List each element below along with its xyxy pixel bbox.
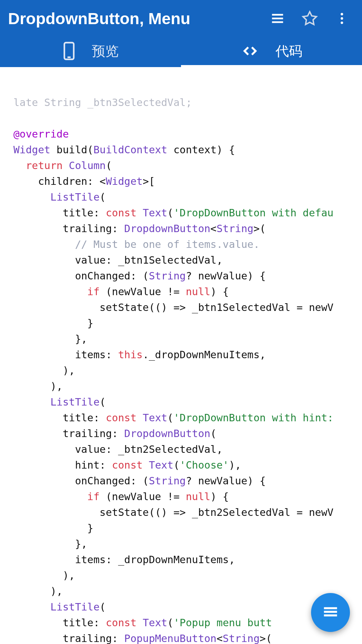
- tab-preview[interactable]: 预览: [0, 37, 181, 67]
- tab-bar: 预览 代码: [0, 37, 362, 67]
- page-title: DropdownButton, Menu: [8, 9, 257, 28]
- more-vert-icon[interactable]: [330, 6, 354, 31]
- app-bar: DropdownButton, Menu 预览 代码: [0, 0, 362, 67]
- tab-preview-label: 预览: [92, 42, 119, 60]
- svg-marker-3: [303, 12, 316, 24]
- app-bar-top: DropdownButton, Menu: [0, 0, 362, 37]
- code-viewer[interactable]: late String _btn3SelectedVal; @override …: [0, 67, 362, 644]
- star-outline-icon[interactable]: [298, 6, 322, 31]
- code-icon: [241, 44, 259, 58]
- tab-code-label: 代码: [276, 42, 302, 60]
- hamburger-icon[interactable]: [265, 6, 290, 31]
- fab-menu-button[interactable]: [311, 593, 350, 632]
- tab-code[interactable]: 代码: [181, 37, 362, 67]
- menu-icon: [322, 603, 339, 622]
- svg-point-4: [341, 13, 343, 15]
- code-content: late String _btn3SelectedVal; @override …: [13, 95, 355, 644]
- phone-icon: [62, 42, 76, 60]
- svg-point-6: [341, 21, 343, 24]
- svg-point-5: [341, 17, 343, 19]
